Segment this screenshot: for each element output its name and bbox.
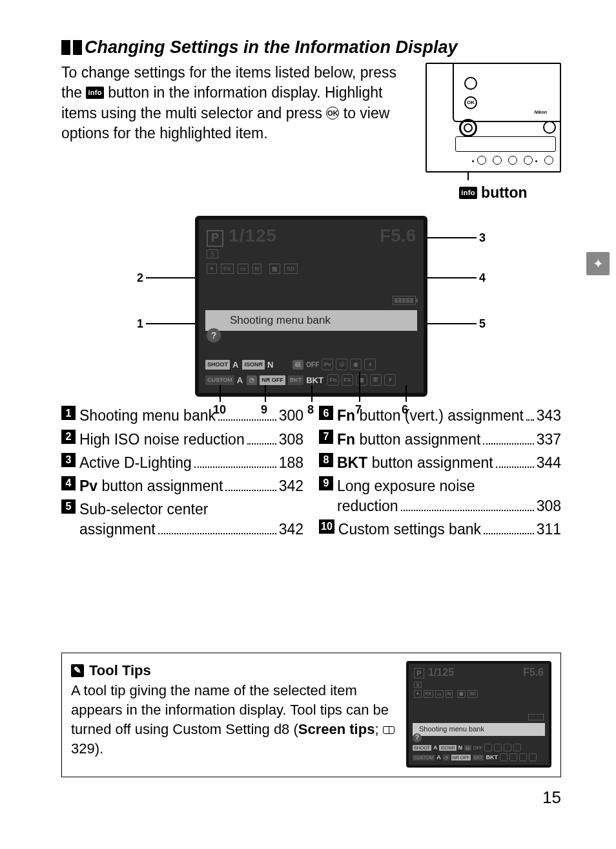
legend-item: 4Pv button assignment342 bbox=[61, 476, 303, 496]
legend-number: 10 bbox=[319, 519, 334, 534]
sd-chip-icon: ▦ bbox=[269, 264, 280, 274]
callout-9: 9 bbox=[261, 402, 267, 417]
slot-icon: ⦾ bbox=[336, 359, 347, 370]
tool-tips-box: ✎ Tool Tips A tool tip giving the name o… bbox=[61, 653, 561, 777]
legend-label: reduction bbox=[337, 496, 398, 516]
custom-bank: A bbox=[237, 375, 243, 386]
chip-icon: ✦ bbox=[207, 264, 217, 274]
legend-number: 8 bbox=[319, 453, 333, 467]
mini-info-display: P 1/125 F5.6 S ✦FX ▭N ▦SD Shooting menu … bbox=[406, 661, 551, 768]
clock-icon: ◔ bbox=[247, 375, 257, 384]
legend-label: BKT button assignment bbox=[337, 453, 493, 473]
legend-number: 1 bbox=[61, 406, 76, 420]
adl-off: OFF bbox=[306, 361, 319, 370]
mini-mode: P bbox=[414, 668, 424, 678]
legend-number: 6 bbox=[319, 406, 333, 420]
button-icon bbox=[544, 156, 553, 165]
legend-page: 343 bbox=[537, 406, 561, 426]
isonr-tag: ISONR bbox=[242, 360, 265, 369]
tip-bold: Screen tips bbox=[298, 721, 375, 737]
legend-number: 9 bbox=[319, 476, 333, 490]
bkt-val: BKT bbox=[306, 375, 323, 386]
legend-page: 311 bbox=[537, 519, 561, 540]
legend-label: assignment bbox=[79, 519, 156, 540]
legend-page: 308 bbox=[279, 430, 303, 450]
callout-3: 3 bbox=[479, 230, 486, 246]
info-display-screenshot: P 1/125 F5.6 S ✦ FX ▭ N ▦ SD Shooting bbox=[195, 216, 427, 397]
legend-label: Long exposure noise bbox=[337, 476, 475, 496]
mini-battery-icon bbox=[528, 714, 544, 720]
legend-list: 1Shooting menu bank3002High ISO noise re… bbox=[61, 406, 561, 542]
info-button-icon: info bbox=[459, 188, 477, 200]
camera-caption: info button bbox=[426, 183, 561, 203]
legend-label: Pv button assignment bbox=[79, 476, 223, 496]
fx-slot-icon: FX bbox=[342, 374, 353, 386]
legend-page: 342 bbox=[279, 476, 303, 496]
battery-icon bbox=[393, 296, 416, 305]
callout-4: 4 bbox=[479, 270, 486, 286]
mini-aperture: F5.6 bbox=[523, 666, 544, 680]
legend-item: 9Long exposure noisereduction308 bbox=[319, 476, 561, 516]
nroff-tag: NR OFF bbox=[260, 375, 285, 384]
rec-slot-icon: ◉ bbox=[350, 359, 362, 370]
mini-tooltip: Shooting menu bank bbox=[413, 723, 545, 736]
camera-caption-text: button bbox=[481, 184, 528, 201]
legend-page: 342 bbox=[279, 519, 303, 540]
camera-side-button-icon bbox=[543, 121, 556, 134]
ofn-slot-icon: ⦿ bbox=[370, 374, 382, 386]
tooltip-bar: Shooting menu bank bbox=[205, 310, 417, 331]
legend-page: 308 bbox=[537, 496, 561, 516]
legend-number: 7 bbox=[319, 430, 333, 444]
adl-icon: 硅 bbox=[293, 360, 303, 369]
margin-tab-icon: ✦ bbox=[586, 252, 610, 275]
area-chip-icon: ▭ bbox=[238, 264, 249, 274]
bkt-tag: BKT bbox=[288, 375, 304, 384]
legend-label: Active D-Lighting bbox=[79, 453, 192, 473]
tip-title: Tool Tips bbox=[89, 661, 151, 680]
callout-5: 5 bbox=[479, 316, 486, 331]
mini-shutter: 1/125 bbox=[428, 666, 454, 680]
pv-slot: Pv bbox=[322, 359, 333, 370]
legend-number: 3 bbox=[61, 453, 76, 467]
legend-item: 3Active D-Lighting188 bbox=[61, 453, 303, 473]
heading-text: Changing Settings in the Information Dis… bbox=[85, 36, 458, 59]
button-icon bbox=[524, 156, 533, 165]
legend-item: 10Custom settings bank311 bbox=[319, 519, 561, 540]
legend-item: 7Fn button assignment337 bbox=[319, 430, 561, 450]
callout-2: 2 bbox=[137, 270, 143, 286]
legend-label: Sub-selector center bbox=[79, 499, 208, 519]
tooltip-text: Shooting menu bank bbox=[230, 313, 331, 328]
callout-8: 8 bbox=[307, 402, 314, 417]
pencil-icon: ✎ bbox=[71, 664, 84, 677]
callout-10: 10 bbox=[213, 402, 226, 417]
legend-label: Fn button assignment bbox=[337, 430, 480, 450]
legend-page: 337 bbox=[537, 430, 561, 450]
legend-page: 344 bbox=[537, 453, 561, 473]
legend-label: High ISO noise reduction bbox=[79, 430, 245, 450]
grid-slot-icon: ▦ bbox=[356, 374, 367, 386]
shutter-speed: 1/125 bbox=[229, 224, 277, 248]
fn-slot-icon: Fn bbox=[327, 374, 339, 386]
aperture: F5.6 bbox=[380, 224, 416, 248]
camera-back-illustration: OK Nikon bbox=[426, 63, 561, 173]
information-display-diagram: 3 2 4 1 5 P 1/125 F5.6 S bbox=[137, 216, 486, 397]
intro-paragraph: To change settings for the items listed … bbox=[61, 63, 414, 203]
qual-button-icon bbox=[493, 156, 502, 165]
legend-label: Custom settings bank bbox=[338, 519, 481, 540]
callout-1: 1 bbox=[137, 316, 143, 331]
book-icon bbox=[383, 726, 395, 734]
ok-button-icon: OK bbox=[326, 107, 339, 120]
heading-block-icon bbox=[61, 40, 70, 55]
tip-page: 329 bbox=[71, 740, 95, 757]
wb-button-icon bbox=[508, 156, 517, 165]
legend-number: 4 bbox=[61, 476, 76, 490]
legend-item: 5Sub-selector centerassignment342 bbox=[61, 499, 303, 540]
camera-info-button-icon bbox=[459, 119, 477, 137]
page-number: 15 bbox=[61, 786, 561, 809]
callout-7: 7 bbox=[355, 402, 362, 417]
sd-chip: SD bbox=[284, 264, 298, 274]
custom-tag: CUSTOM bbox=[205, 375, 234, 384]
mode-indicator: P bbox=[207, 230, 223, 247]
n-chip: N bbox=[252, 264, 262, 274]
heading-block-icon bbox=[73, 40, 82, 55]
